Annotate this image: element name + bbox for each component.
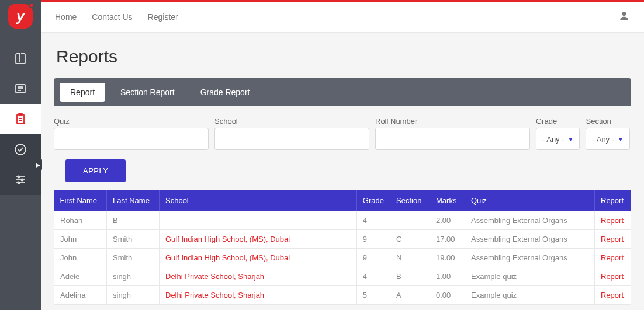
section-select[interactable]: - Any - ▼ — [586, 128, 629, 150]
th-last: Last Name — [107, 190, 160, 211]
th-grade: Grade — [356, 190, 390, 211]
quiz-label: Quiz — [54, 117, 209, 126]
cell-quiz: Assembling External Organs — [465, 249, 595, 267]
book-icon — [13, 51, 27, 65]
section-label: Section — [586, 117, 629, 126]
cell-marks: 2.00 — [430, 211, 465, 230]
cell-first: Adele — [54, 267, 107, 286]
cell-marks: 1.00 — [430, 267, 465, 286]
check-circle-icon — [13, 142, 27, 156]
cell-report[interactable]: Report — [595, 211, 631, 230]
tab-section-report[interactable]: Section Report — [110, 83, 185, 102]
user-menu[interactable] — [618, 10, 630, 24]
list-icon — [13, 82, 27, 96]
apply-button[interactable]: APPLY — [65, 159, 126, 182]
cell-quiz: Assembling External Organs — [465, 230, 595, 249]
cell-section: C — [390, 230, 430, 249]
main-content: Reports Report Section Report Grade Repo… — [41, 33, 644, 310]
filters: Quiz School Roll Number Grade - Any - ▼ … — [54, 117, 631, 150]
cell-section: N — [390, 249, 430, 267]
cell-school — [160, 211, 357, 230]
cell-report[interactable]: Report — [595, 286, 631, 305]
table-row: JohnSmithGulf Indian High School, (MS), … — [54, 230, 631, 249]
svg-point-13 — [622, 12, 626, 16]
tabs: Report Section Report Grade Report — [54, 78, 631, 106]
sidebar-item-list[interactable] — [0, 74, 41, 104]
cell-school[interactable]: Gulf Indian High School, (MS), Dubai — [160, 249, 357, 267]
cell-last: singh — [107, 286, 160, 305]
cell-last: singh — [107, 267, 160, 286]
cell-first: Adelina — [54, 286, 107, 305]
chevron-down-icon: ▼ — [618, 136, 624, 142]
table-row: RohanB42.00Assembling External OrgansRep… — [54, 211, 631, 230]
user-icon — [618, 10, 630, 22]
cell-section: B — [390, 267, 430, 286]
tab-grade-report[interactable]: Grade Report — [190, 83, 261, 102]
cell-school[interactable]: Delhi Private School, Sharjah — [160, 286, 357, 305]
quiz-input[interactable] — [54, 128, 209, 150]
nav-contact[interactable]: Contact Us — [92, 12, 132, 22]
cell-section: A — [390, 286, 430, 305]
th-first: First Name — [54, 190, 107, 211]
table-row: AdelesinghDelhi Private School, Sharjah4… — [54, 267, 631, 286]
cell-marks: 0.00 — [430, 286, 465, 305]
th-school: School — [160, 190, 357, 211]
cell-section — [390, 211, 430, 230]
cell-quiz: Assembling External Organs — [465, 211, 595, 230]
cell-report[interactable]: Report — [595, 249, 631, 267]
tab-report[interactable]: Report — [60, 83, 105, 102]
sliders-icon — [13, 173, 27, 187]
chevron-down-icon: ▼ — [568, 136, 574, 142]
cell-last: B — [107, 211, 160, 230]
roll-input[interactable] — [375, 128, 530, 150]
grade-label: Grade — [536, 117, 580, 126]
school-input[interactable] — [214, 128, 369, 150]
section-select-value: - Any - — [592, 135, 614, 144]
cell-quiz: Example quiz — [465, 267, 595, 286]
logo[interactable]: y — [0, 0, 41, 33]
cell-grade: 4 — [356, 267, 390, 286]
cell-first: John — [54, 249, 107, 267]
cell-last: Smith — [107, 230, 160, 249]
sidebar: y ▶ — [0, 0, 41, 310]
sidebar-item-library[interactable] — [0, 43, 41, 74]
cell-grade: 9 — [356, 230, 390, 249]
cell-marks: 19.00 — [430, 249, 465, 267]
sidebar-group: ▶ — [0, 134, 41, 195]
th-section: Section — [390, 190, 430, 211]
cell-first: Rohan — [54, 211, 107, 230]
topbar: Home Contact Us Register — [41, 0, 644, 33]
cell-quiz: Example quiz — [465, 286, 595, 305]
grade-select[interactable]: - Any - ▼ — [536, 128, 580, 150]
cell-report[interactable]: Report — [595, 267, 631, 286]
cell-first: John — [54, 230, 107, 249]
school-label: School — [214, 117, 369, 126]
svg-point-6 — [15, 144, 26, 155]
cell-marks: 17.00 — [430, 230, 465, 249]
th-quiz: Quiz — [465, 190, 595, 211]
table-row: AdelinasinghDelhi Private School, Sharja… — [54, 286, 631, 305]
clipboard-edit-icon — [13, 112, 27, 126]
cell-school[interactable]: Gulf Indian High School, (MS), Dubai — [160, 230, 357, 249]
cell-grade: 5 — [356, 286, 390, 305]
results-table: First Name Last Name School Grade Sectio… — [54, 190, 631, 305]
cell-school[interactable]: Delhi Private School, Sharjah — [160, 267, 357, 286]
th-marks: Marks — [430, 190, 465, 211]
cell-grade: 4 — [356, 211, 390, 230]
cell-last: Smith — [107, 249, 160, 267]
roll-label: Roll Number — [375, 117, 530, 126]
nav-home[interactable]: Home — [55, 12, 77, 22]
th-report: Report — [595, 190, 631, 211]
nav-register[interactable]: Register — [148, 12, 178, 22]
table-row: JohnSmithGulf Indian High School, (MS), … — [54, 249, 631, 267]
cell-report[interactable]: Report — [595, 230, 631, 249]
top-nav: Home Contact Us Register — [55, 12, 178, 22]
grade-select-value: - Any - — [542, 135, 565, 144]
page-title: Reports — [54, 47, 631, 67]
sidebar-item-reports[interactable] — [0, 104, 41, 134]
cell-grade: 9 — [356, 249, 390, 267]
